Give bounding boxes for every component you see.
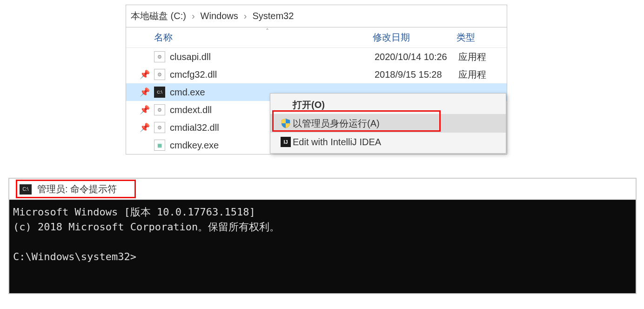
file-name: cmcfg32.dll: [170, 69, 375, 80]
terminal-prompt: C:\Windows\system32>: [13, 251, 136, 262]
breadcrumb-seg-system32[interactable]: System32: [252, 11, 294, 21]
cmdkey-icon: ▦: [154, 140, 165, 151]
file-date: 2020/10/14 10:26: [375, 52, 458, 62]
file-icon: ⚙: [154, 122, 165, 133]
pin-icon: 📌: [135, 87, 154, 97]
ctx-open[interactable]: 打开(O): [270, 95, 506, 114]
column-header-date[interactable]: 修改日期: [373, 31, 456, 44]
cmd-icon: C:\: [20, 184, 32, 195]
column-header-type[interactable]: 类型: [456, 31, 507, 44]
pin-icon: 📌: [135, 69, 154, 80]
intellij-icon: IJ: [279, 137, 293, 147]
file-row[interactable]: 📌 ⚙ cmcfg32.dll 2018/9/15 15:28 应用程: [126, 66, 507, 83]
file-icon: ⚙: [154, 104, 165, 115]
breadcrumb-root[interactable]: 本地磁盘 (C:): [131, 10, 186, 22]
ctx-run-as-admin-label: 以管理员身份运行(A): [293, 117, 380, 130]
terminal-window: C:\ 管理员: 命令提示符 Microsoft Windows [版本 10.…: [8, 178, 637, 294]
file-row[interactable]: ⚙ clusapi.dll 2020/10/14 10:26 应用程: [126, 48, 507, 66]
uac-shield-icon: [279, 118, 293, 128]
file-icon: ⚙: [154, 69, 165, 80]
sort-caret-icon: ˄: [266, 27, 269, 35]
ctx-intellij[interactable]: IJ Edit with IntelliJ IDEA: [270, 133, 506, 151]
context-menu: 打开(O) 以管理员身份运行(A) IJ Edit with IntelliJ …: [270, 93, 506, 154]
ctx-run-as-admin[interactable]: 以管理员身份运行(A): [270, 114, 506, 133]
pin-icon: 📌: [135, 105, 154, 115]
column-header-name[interactable]: 名称: [154, 31, 373, 44]
cmd-exe-icon: C:\: [154, 87, 165, 98]
file-name: clusapi.dll: [170, 52, 375, 62]
breadcrumb-sep: ›: [192, 11, 195, 21]
file-type: 应用程: [458, 68, 507, 81]
terminal-line: Microsoft Windows [版本 10.0.17763.1518]: [13, 206, 255, 218]
breadcrumb-sep: ›: [244, 11, 247, 21]
terminal-titlebar[interactable]: C:\ 管理员: 命令提示符: [9, 179, 636, 200]
terminal-line: (c) 2018 Microsoft Corporation。保留所有权利。: [13, 221, 280, 233]
terminal-title-text: 管理员: 命令提示符: [37, 183, 117, 195]
file-type: 应用程: [458, 51, 507, 63]
terminal-output[interactable]: Microsoft Windows [版本 10.0.17763.1518] (…: [9, 200, 636, 293]
ctx-intellij-label: Edit with IntelliJ IDEA: [293, 137, 381, 148]
breadcrumb-seg-windows[interactable]: Windows: [201, 11, 238, 21]
pin-icon: 📌: [135, 122, 154, 133]
ctx-open-label: 打开(O): [293, 99, 325, 111]
column-headers: ˄ 名称 修改日期 类型: [126, 27, 507, 48]
file-icon: ⚙: [154, 51, 165, 62]
file-date: 2018/9/15 15:28: [375, 69, 458, 80]
breadcrumb[interactable]: 本地磁盘 (C:) › Windows › System32: [126, 5, 507, 27]
